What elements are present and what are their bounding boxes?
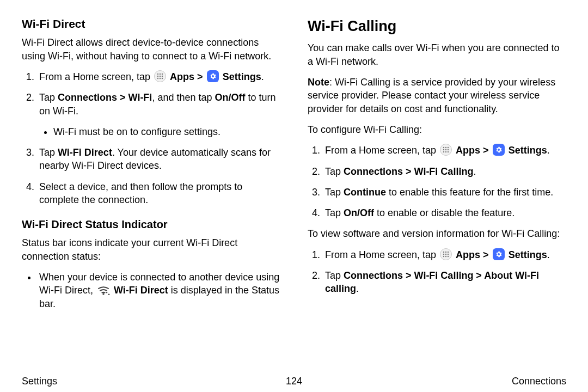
status-intro: Status bar icons indicate your current W… [22,236,280,263]
text: From a Home screen, tap [325,249,439,260]
right-column: Wi-Fi Calling You can make calls over Wi… [294,16,572,370]
svg-point-24 [448,254,449,255]
settings-icon [207,70,219,82]
chevron: > [197,71,203,82]
status-bullets: When your device is connected to another… [22,271,280,310]
text: . [356,283,359,294]
svg-point-27 [448,256,449,257]
step-3: Tap Wi-Fi Direct. Your device automatica… [37,146,280,173]
text: to enable or disable the feature. [374,207,514,218]
svg-point-13 [443,149,444,150]
footer-page-number: 124 [98,376,490,387]
chevron: > [483,145,489,156]
settings-label: Settings [509,249,547,260]
period: . [547,145,550,156]
step-2: Tap Connections > Wi-Fi Calling. [323,165,566,178]
svg-point-18 [448,151,449,152]
apps-icon [154,70,166,82]
svg-point-26 [445,256,446,257]
text: Tap [325,166,344,177]
apps-icon [440,144,452,156]
wifi-calling-intro: You can make calls over Wi-Fi when you a… [308,41,566,68]
status-bullet: When your device is connected to another… [37,271,280,310]
heading-wifi-direct: Wi-Fi Direct [22,16,280,32]
svg-point-1 [160,74,161,75]
svg-point-11 [445,147,446,148]
view-steps: From a Home screen, tap Apps > Settings.… [308,248,566,296]
text: Tap [325,207,344,218]
svg-point-15 [448,149,449,150]
text: From a Home screen, tap [39,71,153,82]
svg-point-17 [445,151,446,152]
step-1: From a Home screen, tap Apps > Settings. [37,70,280,83]
wifi-direct-intro: Wi-Fi Direct allows direct device-to-dev… [22,36,280,63]
text: From a Home screen, tap [325,145,439,156]
step-4: Select a device, and then follow the pro… [37,180,280,207]
wifi-direct-icon [97,284,110,295]
step-3: Tap Continue to enable this feature for … [323,186,566,199]
period: . [547,249,550,260]
svg-point-14 [445,149,446,150]
svg-point-9 [102,293,104,295]
svg-point-8 [162,78,163,79]
step-1: From a Home screen, tap Apps > Settings. [323,144,566,157]
text: to enable this feature for the first tim… [386,187,553,198]
settings-label: Settings [223,71,261,82]
note-text: : Wi-Fi Calling is a service provided by… [308,77,555,114]
step-2: Tap Connections > Wi-Fi Calling > About … [323,269,566,296]
svg-point-6 [157,78,158,79]
bold: Connections > Wi-Fi Calling [344,166,473,177]
step-2-sublist: Wi-Fi must be on to configure settings. [39,125,280,138]
apps-label: Apps [456,145,483,156]
svg-point-4 [160,76,161,77]
footer-left: Settings [22,376,98,387]
text: Tap [325,187,344,198]
page-body: Wi-Fi Direct Wi-Fi Direct allows direct … [0,0,588,370]
wifi-direct-steps: From a Home screen, tap Apps > Settings.… [22,70,280,206]
left-column: Wi-Fi Direct Wi-Fi Direct allows direct … [22,16,294,370]
svg-point-20 [445,252,446,253]
svg-point-16 [443,151,444,152]
settings-icon [493,144,505,156]
period: . [261,71,264,82]
svg-point-10 [443,147,444,148]
configure-steps: From a Home screen, tap Apps > Settings.… [308,144,566,219]
svg-point-21 [448,252,449,253]
settings-icon [493,248,505,260]
bold: Wi-Fi Direct [114,285,168,296]
svg-point-2 [162,74,163,75]
svg-point-0 [157,74,158,75]
bold: Continue [344,187,386,198]
text: , and then tap [152,92,215,103]
text: . [473,166,476,177]
step-2: Tap Connections > Wi-Fi, and then tap On… [37,91,280,138]
svg-point-5 [162,76,163,77]
settings-label: Settings [509,145,547,156]
footer-right: Connections [490,376,566,387]
bold: Wi-Fi Direct [58,147,112,158]
step-4: Tap On/Off to enable or disable the feat… [323,206,566,219]
sub-bullet: Wi-Fi must be on to configure settings. [53,125,280,138]
step-1: From a Home screen, tap Apps > Settings. [323,248,566,261]
apps-icon [440,248,452,260]
note-label: Note [308,77,329,88]
chevron: > [483,249,489,260]
heading-status-indicator: Wi-Fi Direct Status Indicator [22,217,280,232]
svg-point-3 [157,76,158,77]
page-footer: Settings 124 Connections [0,370,588,392]
svg-point-12 [448,147,449,148]
apps-label: Apps [456,249,483,260]
svg-point-22 [443,254,444,255]
text: Tap [39,92,58,103]
heading-wifi-calling: Wi-Fi Calling [308,16,566,36]
svg-point-7 [160,78,161,79]
svg-point-19 [443,252,444,253]
bold: On/Off [344,207,374,218]
bold: Connections > Wi-Fi [58,92,152,103]
bold: On/Off [215,92,245,103]
svg-point-23 [445,254,446,255]
text: Tap [325,270,344,281]
wifi-calling-note: Note: Wi-Fi Calling is a service provide… [308,76,566,115]
configure-label: To configure Wi-Fi Calling: [308,123,566,136]
text: Tap [39,147,58,158]
